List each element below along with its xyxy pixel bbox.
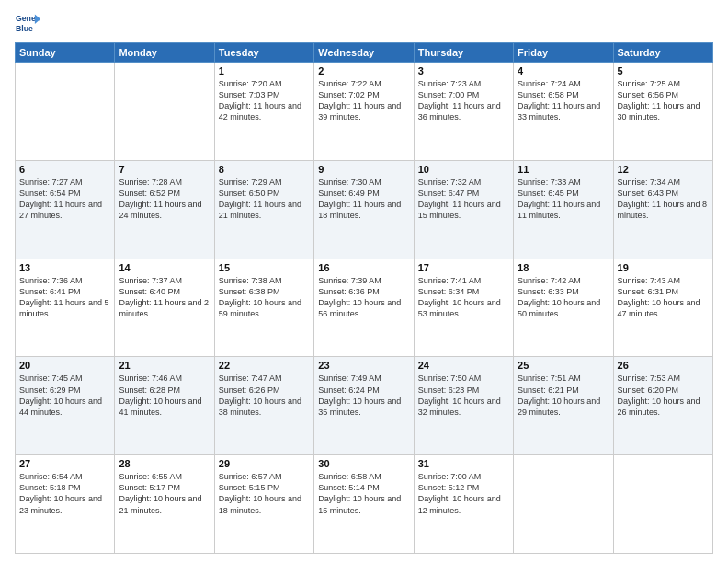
calendar-cell: 17Sunrise: 7:41 AMSunset: 6:34 PMDayligh… (414, 259, 513, 357)
day-number: 1 (219, 65, 310, 76)
day-info: Sunrise: 7:23 AMSunset: 7:00 PMDaylight:… (418, 78, 509, 123)
day-info: Sunrise: 7:53 AMSunset: 6:20 PMDaylight:… (618, 373, 709, 418)
day-number: 22 (219, 360, 310, 371)
header: General Blue (15, 11, 713, 37)
calendar-cell: 10Sunrise: 7:32 AMSunset: 6:47 PMDayligh… (414, 160, 513, 259)
day-info: Sunrise: 6:58 AMSunset: 5:14 PMDaylight:… (318, 471, 409, 516)
calendar-table: SundayMondayTuesdayWednesdayThursdayFrid… (15, 42, 713, 554)
day-number: 24 (418, 360, 509, 371)
calendar-week-row: 27Sunrise: 6:54 AMSunset: 5:18 PMDayligh… (16, 455, 713, 554)
day-info: Sunrise: 7:42 AMSunset: 6:33 PMDaylight:… (518, 275, 609, 320)
calendar-cell: 25Sunrise: 7:51 AMSunset: 6:21 PMDayligh… (514, 357, 613, 455)
logo: General Blue (15, 11, 40, 37)
day-number: 7 (119, 164, 210, 175)
calendar-cell (115, 63, 214, 161)
calendar-weekday-tuesday: Tuesday (214, 43, 313, 63)
day-info: Sunrise: 7:30 AMSunset: 6:49 PMDaylight:… (318, 177, 409, 222)
svg-text:Blue: Blue (16, 24, 33, 33)
day-number: 27 (19, 458, 110, 469)
day-info: Sunrise: 7:27 AMSunset: 6:54 PMDaylight:… (19, 177, 110, 222)
day-info: Sunrise: 7:39 AMSunset: 6:36 PMDaylight:… (318, 275, 409, 320)
calendar-cell: 18Sunrise: 7:42 AMSunset: 6:33 PMDayligh… (514, 259, 613, 357)
day-info: Sunrise: 7:33 AMSunset: 6:45 PMDaylight:… (518, 177, 609, 222)
calendar-cell: 30Sunrise: 6:58 AMSunset: 5:14 PMDayligh… (314, 455, 414, 554)
day-info: Sunrise: 7:32 AMSunset: 6:47 PMDaylight:… (418, 177, 509, 222)
calendar-weekday-saturday: Saturday (613, 43, 712, 63)
calendar-cell: 21Sunrise: 7:46 AMSunset: 6:28 PMDayligh… (115, 357, 214, 455)
logo-icon: General Blue (15, 11, 40, 37)
day-info: Sunrise: 7:24 AMSunset: 6:58 PMDaylight:… (518, 78, 609, 123)
day-number: 23 (318, 360, 409, 371)
day-info: Sunrise: 7:49 AMSunset: 6:24 PMDaylight:… (318, 373, 409, 418)
calendar-cell: 20Sunrise: 7:45 AMSunset: 6:29 PMDayligh… (16, 357, 115, 455)
day-number: 9 (318, 164, 409, 175)
day-info: Sunrise: 7:46 AMSunset: 6:28 PMDaylight:… (119, 373, 210, 418)
day-number: 11 (518, 164, 609, 175)
calendar-weekday-sunday: Sunday (16, 43, 115, 63)
day-info: Sunrise: 7:50 AMSunset: 6:23 PMDaylight:… (418, 373, 509, 418)
day-number: 5 (618, 65, 709, 76)
day-info: Sunrise: 6:54 AMSunset: 5:18 PMDaylight:… (19, 471, 110, 516)
day-number: 10 (418, 164, 509, 175)
calendar-cell: 8Sunrise: 7:29 AMSunset: 6:50 PMDaylight… (214, 160, 313, 259)
calendar-cell (514, 455, 613, 554)
day-number: 29 (219, 458, 310, 469)
day-info: Sunrise: 7:20 AMSunset: 7:03 PMDaylight:… (219, 78, 310, 123)
day-info: Sunrise: 7:00 AMSunset: 5:12 PMDaylight:… (418, 471, 509, 516)
calendar-cell: 22Sunrise: 7:47 AMSunset: 6:26 PMDayligh… (214, 357, 313, 455)
day-number: 31 (418, 458, 509, 469)
day-info: Sunrise: 7:34 AMSunset: 6:43 PMDaylight:… (618, 177, 709, 222)
day-info: Sunrise: 7:43 AMSunset: 6:31 PMDaylight:… (618, 275, 709, 320)
day-info: Sunrise: 7:41 AMSunset: 6:34 PMDaylight:… (418, 275, 509, 320)
day-info: Sunrise: 7:25 AMSunset: 6:56 PMDaylight:… (618, 78, 709, 123)
calendar-week-row: 13Sunrise: 7:36 AMSunset: 6:41 PMDayligh… (16, 259, 713, 357)
calendar-cell: 26Sunrise: 7:53 AMSunset: 6:20 PMDayligh… (613, 357, 712, 455)
calendar-weekday-friday: Friday (514, 43, 613, 63)
calendar-cell: 5Sunrise: 7:25 AMSunset: 6:56 PMDaylight… (613, 63, 712, 161)
day-number: 25 (518, 360, 609, 371)
calendar-cell: 14Sunrise: 7:37 AMSunset: 6:40 PMDayligh… (115, 259, 214, 357)
day-number: 12 (618, 164, 709, 175)
page: General Blue SundayMondayTuesdayWednesda… (0, 0, 728, 563)
day-number: 15 (219, 262, 310, 273)
day-number: 14 (119, 262, 210, 273)
day-info: Sunrise: 7:29 AMSunset: 6:50 PMDaylight:… (219, 177, 310, 222)
calendar-cell (16, 63, 115, 161)
day-number: 3 (418, 65, 509, 76)
calendar-cell: 12Sunrise: 7:34 AMSunset: 6:43 PMDayligh… (613, 160, 712, 259)
calendar-week-row: 1Sunrise: 7:20 AMSunset: 7:03 PMDaylight… (16, 63, 713, 161)
calendar-cell: 31Sunrise: 7:00 AMSunset: 5:12 PMDayligh… (414, 455, 513, 554)
day-number: 17 (418, 262, 509, 273)
calendar-cell: 16Sunrise: 7:39 AMSunset: 6:36 PMDayligh… (314, 259, 414, 357)
calendar-weekday-wednesday: Wednesday (314, 43, 414, 63)
calendar-cell: 27Sunrise: 6:54 AMSunset: 5:18 PMDayligh… (16, 455, 115, 554)
calendar-cell: 15Sunrise: 7:38 AMSunset: 6:38 PMDayligh… (214, 259, 313, 357)
day-number: 18 (518, 262, 609, 273)
calendar-cell: 19Sunrise: 7:43 AMSunset: 6:31 PMDayligh… (613, 259, 712, 357)
calendar-header-row: SundayMondayTuesdayWednesdayThursdayFrid… (16, 43, 713, 63)
day-info: Sunrise: 7:36 AMSunset: 6:41 PMDaylight:… (19, 275, 110, 320)
day-info: Sunrise: 6:57 AMSunset: 5:15 PMDaylight:… (219, 471, 310, 516)
day-number: 21 (119, 360, 210, 371)
day-number: 2 (318, 65, 409, 76)
calendar-week-row: 20Sunrise: 7:45 AMSunset: 6:29 PMDayligh… (16, 357, 713, 455)
calendar-cell (613, 455, 712, 554)
calendar-cell: 2Sunrise: 7:22 AMSunset: 7:02 PMDaylight… (314, 63, 414, 161)
calendar-cell: 6Sunrise: 7:27 AMSunset: 6:54 PMDaylight… (16, 160, 115, 259)
calendar-cell: 23Sunrise: 7:49 AMSunset: 6:24 PMDayligh… (314, 357, 414, 455)
day-number: 26 (618, 360, 709, 371)
calendar-cell: 9Sunrise: 7:30 AMSunset: 6:49 PMDaylight… (314, 160, 414, 259)
day-number: 13 (19, 262, 110, 273)
day-info: Sunrise: 7:28 AMSunset: 6:52 PMDaylight:… (119, 177, 210, 222)
day-number: 28 (119, 458, 210, 469)
calendar-cell: 24Sunrise: 7:50 AMSunset: 6:23 PMDayligh… (414, 357, 513, 455)
calendar-cell: 11Sunrise: 7:33 AMSunset: 6:45 PMDayligh… (514, 160, 613, 259)
day-info: Sunrise: 7:22 AMSunset: 7:02 PMDaylight:… (318, 78, 409, 123)
day-info: Sunrise: 6:55 AMSunset: 5:17 PMDaylight:… (119, 471, 210, 516)
calendar-week-row: 6Sunrise: 7:27 AMSunset: 6:54 PMDaylight… (16, 160, 713, 259)
day-info: Sunrise: 7:37 AMSunset: 6:40 PMDaylight:… (119, 275, 210, 320)
calendar-cell: 13Sunrise: 7:36 AMSunset: 6:41 PMDayligh… (16, 259, 115, 357)
day-info: Sunrise: 7:38 AMSunset: 6:38 PMDaylight:… (219, 275, 310, 320)
calendar-weekday-monday: Monday (115, 43, 214, 63)
day-number: 8 (219, 164, 310, 175)
